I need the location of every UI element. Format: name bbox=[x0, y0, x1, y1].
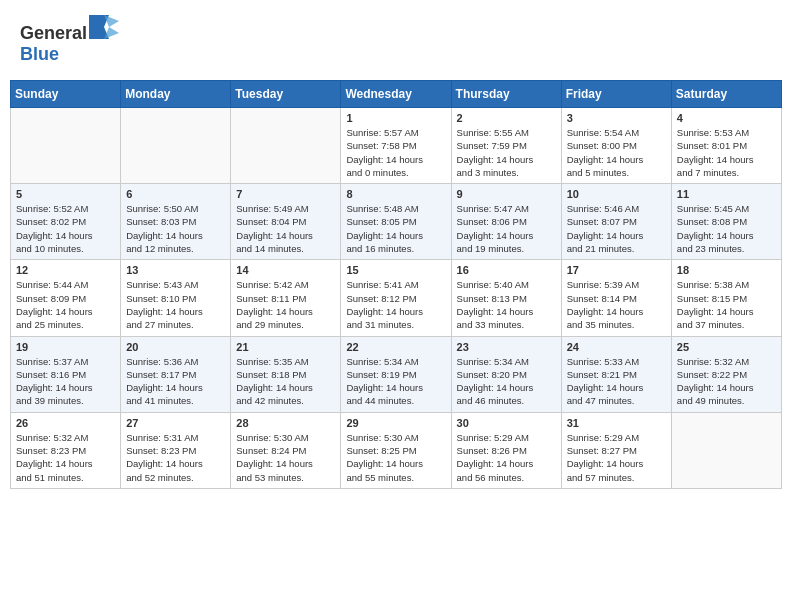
day-info: Sunrise: 5:49 AM Sunset: 8:04 PM Dayligh… bbox=[236, 202, 335, 255]
weekday-header-friday: Friday bbox=[561, 81, 671, 108]
day-info: Sunrise: 5:57 AM Sunset: 7:58 PM Dayligh… bbox=[346, 126, 445, 179]
day-number: 18 bbox=[677, 264, 776, 276]
day-info: Sunrise: 5:46 AM Sunset: 8:07 PM Dayligh… bbox=[567, 202, 666, 255]
calendar-day-24: 24Sunrise: 5:33 AM Sunset: 8:21 PM Dayli… bbox=[561, 336, 671, 412]
calendar-day-5: 5Sunrise: 5:52 AM Sunset: 8:02 PM Daylig… bbox=[11, 184, 121, 260]
day-number: 26 bbox=[16, 417, 115, 429]
page-header: General Blue bbox=[10, 10, 782, 70]
day-number: 10 bbox=[567, 188, 666, 200]
day-number: 6 bbox=[126, 188, 225, 200]
day-number: 30 bbox=[457, 417, 556, 429]
day-info: Sunrise: 5:29 AM Sunset: 8:27 PM Dayligh… bbox=[567, 431, 666, 484]
weekday-header-tuesday: Tuesday bbox=[231, 81, 341, 108]
calendar-day-12: 12Sunrise: 5:44 AM Sunset: 8:09 PM Dayli… bbox=[11, 260, 121, 336]
day-info: Sunrise: 5:41 AM Sunset: 8:12 PM Dayligh… bbox=[346, 278, 445, 331]
day-number: 3 bbox=[567, 112, 666, 124]
day-number: 13 bbox=[126, 264, 225, 276]
weekday-header-saturday: Saturday bbox=[671, 81, 781, 108]
day-number: 12 bbox=[16, 264, 115, 276]
weekday-header-wednesday: Wednesday bbox=[341, 81, 451, 108]
day-number: 31 bbox=[567, 417, 666, 429]
day-number: 20 bbox=[126, 341, 225, 353]
day-info: Sunrise: 5:31 AM Sunset: 8:23 PM Dayligh… bbox=[126, 431, 225, 484]
day-info: Sunrise: 5:52 AM Sunset: 8:02 PM Dayligh… bbox=[16, 202, 115, 255]
calendar-day-15: 15Sunrise: 5:41 AM Sunset: 8:12 PM Dayli… bbox=[341, 260, 451, 336]
day-number: 9 bbox=[457, 188, 556, 200]
calendar-day-21: 21Sunrise: 5:35 AM Sunset: 8:18 PM Dayli… bbox=[231, 336, 341, 412]
calendar-day-16: 16Sunrise: 5:40 AM Sunset: 8:13 PM Dayli… bbox=[451, 260, 561, 336]
day-number: 24 bbox=[567, 341, 666, 353]
calendar-week-row: 5Sunrise: 5:52 AM Sunset: 8:02 PM Daylig… bbox=[11, 184, 782, 260]
calendar-day-27: 27Sunrise: 5:31 AM Sunset: 8:23 PM Dayli… bbox=[121, 412, 231, 488]
calendar-day-13: 13Sunrise: 5:43 AM Sunset: 8:10 PM Dayli… bbox=[121, 260, 231, 336]
calendar-day-23: 23Sunrise: 5:34 AM Sunset: 8:20 PM Dayli… bbox=[451, 336, 561, 412]
calendar-day-31: 31Sunrise: 5:29 AM Sunset: 8:27 PM Dayli… bbox=[561, 412, 671, 488]
weekday-header-monday: Monday bbox=[121, 81, 231, 108]
calendar-day-17: 17Sunrise: 5:39 AM Sunset: 8:14 PM Dayli… bbox=[561, 260, 671, 336]
day-info: Sunrise: 5:35 AM Sunset: 8:18 PM Dayligh… bbox=[236, 355, 335, 408]
empty-day-cell bbox=[11, 108, 121, 184]
day-number: 1 bbox=[346, 112, 445, 124]
day-info: Sunrise: 5:29 AM Sunset: 8:26 PM Dayligh… bbox=[457, 431, 556, 484]
calendar-day-11: 11Sunrise: 5:45 AM Sunset: 8:08 PM Dayli… bbox=[671, 184, 781, 260]
empty-day-cell bbox=[121, 108, 231, 184]
calendar-day-26: 26Sunrise: 5:32 AM Sunset: 8:23 PM Dayli… bbox=[11, 412, 121, 488]
calendar-day-8: 8Sunrise: 5:48 AM Sunset: 8:05 PM Daylig… bbox=[341, 184, 451, 260]
logo-wordmark: General Blue bbox=[20, 15, 119, 65]
day-number: 5 bbox=[16, 188, 115, 200]
weekday-header-sunday: Sunday bbox=[11, 81, 121, 108]
day-number: 7 bbox=[236, 188, 335, 200]
logo-general: General bbox=[20, 23, 87, 43]
logo-flag-icon bbox=[89, 15, 119, 39]
svg-marker-1 bbox=[104, 15, 119, 39]
day-number: 2 bbox=[457, 112, 556, 124]
day-info: Sunrise: 5:39 AM Sunset: 8:14 PM Dayligh… bbox=[567, 278, 666, 331]
day-number: 4 bbox=[677, 112, 776, 124]
calendar-table: SundayMondayTuesdayWednesdayThursdayFrid… bbox=[10, 80, 782, 489]
calendar-day-6: 6Sunrise: 5:50 AM Sunset: 8:03 PM Daylig… bbox=[121, 184, 231, 260]
calendar-week-row: 1Sunrise: 5:57 AM Sunset: 7:58 PM Daylig… bbox=[11, 108, 782, 184]
day-info: Sunrise: 5:30 AM Sunset: 8:24 PM Dayligh… bbox=[236, 431, 335, 484]
calendar-day-14: 14Sunrise: 5:42 AM Sunset: 8:11 PM Dayli… bbox=[231, 260, 341, 336]
day-number: 19 bbox=[16, 341, 115, 353]
day-number: 16 bbox=[457, 264, 556, 276]
day-info: Sunrise: 5:48 AM Sunset: 8:05 PM Dayligh… bbox=[346, 202, 445, 255]
calendar-week-row: 26Sunrise: 5:32 AM Sunset: 8:23 PM Dayli… bbox=[11, 412, 782, 488]
day-number: 27 bbox=[126, 417, 225, 429]
day-number: 14 bbox=[236, 264, 335, 276]
calendar-day-29: 29Sunrise: 5:30 AM Sunset: 8:25 PM Dayli… bbox=[341, 412, 451, 488]
weekday-header-thursday: Thursday bbox=[451, 81, 561, 108]
logo-blue: Blue bbox=[20, 44, 59, 64]
empty-day-cell bbox=[671, 412, 781, 488]
calendar-day-28: 28Sunrise: 5:30 AM Sunset: 8:24 PM Dayli… bbox=[231, 412, 341, 488]
day-number: 21 bbox=[236, 341, 335, 353]
calendar-day-3: 3Sunrise: 5:54 AM Sunset: 8:00 PM Daylig… bbox=[561, 108, 671, 184]
calendar-day-30: 30Sunrise: 5:29 AM Sunset: 8:26 PM Dayli… bbox=[451, 412, 561, 488]
calendar-day-2: 2Sunrise: 5:55 AM Sunset: 7:59 PM Daylig… bbox=[451, 108, 561, 184]
day-info: Sunrise: 5:34 AM Sunset: 8:20 PM Dayligh… bbox=[457, 355, 556, 408]
weekday-header-row: SundayMondayTuesdayWednesdayThursdayFrid… bbox=[11, 81, 782, 108]
day-number: 25 bbox=[677, 341, 776, 353]
day-info: Sunrise: 5:32 AM Sunset: 8:22 PM Dayligh… bbox=[677, 355, 776, 408]
day-info: Sunrise: 5:47 AM Sunset: 8:06 PM Dayligh… bbox=[457, 202, 556, 255]
day-number: 22 bbox=[346, 341, 445, 353]
day-number: 15 bbox=[346, 264, 445, 276]
calendar-week-row: 19Sunrise: 5:37 AM Sunset: 8:16 PM Dayli… bbox=[11, 336, 782, 412]
empty-day-cell bbox=[231, 108, 341, 184]
calendar-day-10: 10Sunrise: 5:46 AM Sunset: 8:07 PM Dayli… bbox=[561, 184, 671, 260]
day-number: 11 bbox=[677, 188, 776, 200]
day-info: Sunrise: 5:53 AM Sunset: 8:01 PM Dayligh… bbox=[677, 126, 776, 179]
calendar-day-1: 1Sunrise: 5:57 AM Sunset: 7:58 PM Daylig… bbox=[341, 108, 451, 184]
calendar-day-19: 19Sunrise: 5:37 AM Sunset: 8:16 PM Dayli… bbox=[11, 336, 121, 412]
day-info: Sunrise: 5:42 AM Sunset: 8:11 PM Dayligh… bbox=[236, 278, 335, 331]
calendar-day-25: 25Sunrise: 5:32 AM Sunset: 8:22 PM Dayli… bbox=[671, 336, 781, 412]
day-number: 29 bbox=[346, 417, 445, 429]
day-info: Sunrise: 5:33 AM Sunset: 8:21 PM Dayligh… bbox=[567, 355, 666, 408]
day-info: Sunrise: 5:55 AM Sunset: 7:59 PM Dayligh… bbox=[457, 126, 556, 179]
calendar-day-22: 22Sunrise: 5:34 AM Sunset: 8:19 PM Dayli… bbox=[341, 336, 451, 412]
day-info: Sunrise: 5:44 AM Sunset: 8:09 PM Dayligh… bbox=[16, 278, 115, 331]
day-info: Sunrise: 5:54 AM Sunset: 8:00 PM Dayligh… bbox=[567, 126, 666, 179]
logo: General Blue bbox=[20, 15, 119, 65]
calendar-day-18: 18Sunrise: 5:38 AM Sunset: 8:15 PM Dayli… bbox=[671, 260, 781, 336]
day-info: Sunrise: 5:45 AM Sunset: 8:08 PM Dayligh… bbox=[677, 202, 776, 255]
